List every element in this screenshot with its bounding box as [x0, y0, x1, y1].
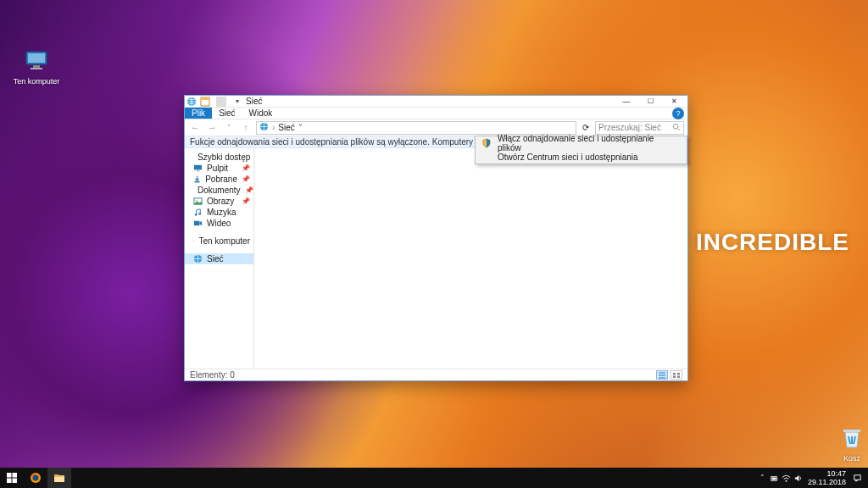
- tab-file[interactable]: Plik: [185, 108, 212, 119]
- pin-icon: 📌: [245, 186, 253, 194]
- context-item-enable-discovery[interactable]: Włącz odnajdowanie sieci i udostępnianie…: [476, 136, 687, 150]
- address-bar[interactable]: › Sieć ˅: [256, 121, 576, 135]
- tab-view[interactable]: Widok: [242, 108, 280, 119]
- sidebar-item-label: Sieć: [207, 254, 223, 263]
- this-pc-icon: [23, 47, 50, 74]
- pictures-icon: [193, 197, 203, 206]
- svg-point-20: [198, 213, 201, 215]
- navigation-pane[interactable]: Szybki dostęp Pulpit 📌 Pobrane 📌 Dokumen…: [185, 148, 254, 369]
- svg-rect-4: [843, 430, 860, 432]
- desktop-icon-label: Kosz: [822, 454, 868, 463]
- minimize-button[interactable]: —: [615, 96, 638, 108]
- content-area[interactable]: Włącz odnajdowanie sieci i udostępnianie…: [254, 148, 687, 369]
- clock-date: 29.11.2018: [808, 478, 846, 486]
- svg-point-19: [195, 214, 198, 216]
- this-pc-icon: [193, 236, 194, 246]
- tray-volume-icon[interactable]: [793, 474, 804, 483]
- svg-rect-1: [28, 53, 45, 63]
- titlebar[interactable]: ▾ Sieć — ☐ ✕: [185, 96, 687, 108]
- taskbar: ˄ 10:47 29.11.2018: [0, 468, 868, 488]
- svg-rect-29: [677, 373, 680, 375]
- svg-rect-31: [677, 375, 680, 378]
- video-icon: [193, 219, 203, 228]
- taskbar-firefox[interactable]: [24, 468, 47, 488]
- address-dropdown-icon[interactable]: ˅: [298, 123, 303, 132]
- svg-rect-12: [197, 170, 200, 171]
- svg-rect-33: [13, 473, 18, 478]
- sidebar-item-network[interactable]: Sieć: [185, 253, 253, 264]
- shield-icon: [481, 138, 492, 148]
- svg-rect-45: [854, 474, 860, 480]
- pin-icon: 📌: [242, 197, 250, 205]
- desktop-icon-recycle-bin[interactable]: Kosz: [822, 424, 868, 463]
- svg-rect-42: [777, 478, 778, 480]
- recycle-bin-icon: [838, 424, 865, 451]
- context-menu: Włącz odnajdowanie sieci i udostępnianie…: [475, 136, 687, 164]
- sidebar-item-pictures[interactable]: Obrazy 📌: [185, 196, 253, 207]
- forward-button[interactable]: →: [205, 121, 219, 135]
- music-icon: [193, 208, 203, 217]
- sidebar-item-quick-access[interactable]: Szybki dostęp: [185, 152, 253, 163]
- tray-notifications-icon[interactable]: [851, 474, 863, 483]
- sidebar-item-music[interactable]: Muzyka: [185, 207, 253, 218]
- view-details-button[interactable]: [656, 370, 668, 380]
- desktop-icon: [193, 164, 203, 173]
- status-item-count: Elementy: 0: [190, 370, 235, 380]
- clock-time: 10:47: [808, 469, 846, 478]
- svg-rect-30: [673, 375, 676, 378]
- breadcrumb-root-icon: [259, 122, 269, 133]
- desktop-icon-this-pc[interactable]: Ten komputer: [7, 47, 66, 86]
- view-large-button[interactable]: [670, 370, 682, 380]
- pin-icon: 📌: [242, 175, 250, 183]
- svg-rect-35: [13, 479, 18, 484]
- search-icon: [672, 123, 681, 133]
- svg-rect-28: [673, 373, 676, 375]
- sidebar-item-label: Muzyka: [207, 208, 236, 217]
- svg-rect-21: [194, 221, 199, 226]
- start-button[interactable]: [0, 468, 24, 488]
- sidebar-item-this-pc[interactable]: Ten komputer: [185, 236, 253, 247]
- status-bar: Elementy: 0: [185, 369, 687, 380]
- svg-rect-7: [201, 97, 209, 100]
- svg-rect-11: [194, 165, 202, 170]
- svg-rect-32: [7, 473, 12, 478]
- qat-dropdown-icon[interactable]: ▾: [232, 97, 242, 107]
- sidebar-item-label: Pobrane: [205, 175, 237, 184]
- file-explorer-window: ▾ Sieć — ☐ ✕ Plik Sieć Widok ? ← → ˅ ↑ ›…: [184, 95, 688, 381]
- context-item-label: Włącz odnajdowanie sieci i udostępnianie…: [498, 134, 678, 152]
- taskbar-clock[interactable]: 10:47 29.11.2018: [804, 468, 851, 488]
- help-button[interactable]: ?: [672, 108, 684, 119]
- svg-rect-2: [33, 65, 40, 68]
- search-input[interactable]: Przeszukaj: Sieć: [595, 121, 684, 135]
- tray-overflow-icon[interactable]: ˄: [757, 474, 769, 482]
- tab-network[interactable]: Sieć: [212, 108, 242, 119]
- tray-power-icon[interactable]: [769, 474, 781, 483]
- sidebar-item-downloads[interactable]: Pobrane 📌: [185, 174, 253, 185]
- svg-point-18: [196, 200, 198, 202]
- svg-rect-40: [54, 477, 64, 482]
- maximize-button[interactable]: ☐: [638, 96, 662, 108]
- network-icon: [186, 97, 197, 107]
- sidebar-item-videos[interactable]: Wideo: [185, 218, 253, 229]
- qat-properties-icon[interactable]: [200, 97, 210, 107]
- sidebar-item-documents[interactable]: Dokumenty 📌: [185, 185, 253, 196]
- sidebar-item-label: Ten komputer: [198, 236, 250, 246]
- download-icon: [193, 175, 201, 184]
- recent-dropdown-icon[interactable]: ˅: [222, 121, 236, 135]
- tray-wifi-icon[interactable]: [781, 474, 793, 483]
- back-button[interactable]: ←: [188, 121, 202, 135]
- up-button[interactable]: ↑: [239, 121, 253, 135]
- sidebar-item-label: Szybki dostęp: [198, 152, 250, 162]
- taskbar-explorer[interactable]: [47, 468, 71, 488]
- desktop-icon-label: Ten komputer: [7, 77, 66, 86]
- refresh-button[interactable]: ⟳: [580, 123, 592, 132]
- sidebar-item-desktop[interactable]: Pulpit 📌: [185, 163, 253, 174]
- window-title: Sieć: [246, 97, 262, 106]
- quick-access-toolbar: ▾: [186, 97, 242, 107]
- breadcrumb-current[interactable]: Sieć: [278, 123, 294, 132]
- close-button[interactable]: ✕: [662, 96, 686, 108]
- svg-rect-3: [31, 68, 42, 69]
- svg-rect-39: [54, 474, 58, 476]
- svg-rect-13: [195, 181, 200, 183]
- context-item-label: Otwórz Centrum sieci i udostępniania: [498, 152, 638, 162]
